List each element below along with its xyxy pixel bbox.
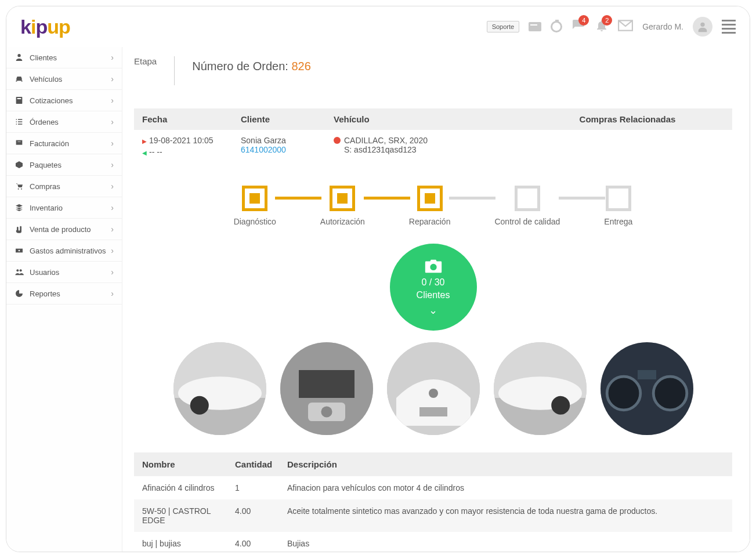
svg-point-1 bbox=[17, 54, 20, 57]
client-name: Sonia Garza bbox=[241, 136, 334, 145]
thumbnail-1[interactable] bbox=[173, 342, 266, 435]
col-compras: Compras Relacionadas bbox=[531, 114, 724, 124]
sidebar-item-venta[interactable]: Venta de producto› bbox=[6, 219, 122, 240]
thumbnail-3[interactable] bbox=[387, 342, 480, 435]
avatar[interactable] bbox=[693, 17, 712, 37]
svg-point-0 bbox=[700, 23, 704, 27]
col-vehiculo: Vehículo bbox=[334, 114, 531, 124]
sidebar-item-compras[interactable]: Compras› bbox=[6, 176, 122, 197]
sidebar-item-ordenes[interactable]: Órdenes› bbox=[6, 111, 122, 133]
svg-point-28 bbox=[653, 376, 687, 410]
cliente-cell: Sonia Garza 6141002000 bbox=[241, 136, 334, 154]
list-icon bbox=[15, 117, 24, 126]
cell-descripcion: Afinacion para vehículos con motor 4 de … bbox=[287, 483, 724, 492]
items-table-header: Nombre Cantidad Descripción bbox=[134, 452, 732, 476]
divider bbox=[174, 56, 175, 85]
chevron-right-icon: › bbox=[111, 224, 114, 234]
top-actions: Soporte 4 2 Gerardo M. bbox=[487, 17, 736, 37]
envelope-icon[interactable] bbox=[618, 20, 633, 34]
username-label: Gerardo M. bbox=[642, 22, 683, 31]
photo-label: Clientes bbox=[417, 290, 450, 300]
chevron-right-icon: › bbox=[111, 289, 114, 298]
step-reparacion[interactable]: Reparación bbox=[409, 186, 451, 226]
vehicle-line1: CADILLAC, SRX, 2020 bbox=[344, 136, 428, 145]
menu-icon[interactable] bbox=[722, 20, 736, 34]
sidebar-item-paquetes[interactable]: Paquetes› bbox=[6, 154, 122, 176]
card-icon[interactable] bbox=[529, 22, 541, 31]
hand-icon bbox=[15, 224, 24, 234]
bell-badge: 2 bbox=[602, 15, 612, 26]
piechart-icon bbox=[15, 289, 24, 298]
cell-cantidad: 4.00 bbox=[235, 506, 287, 525]
col-cliente: Cliente bbox=[241, 114, 334, 124]
body: Clientes› Vehículos› Cotizaciones› Órden… bbox=[6, 47, 750, 552]
user-icon bbox=[15, 53, 24, 62]
sidebar-item-clientes[interactable]: Clientes› bbox=[6, 47, 122, 68]
chevron-right-icon: › bbox=[111, 182, 114, 191]
sidebar-label: Usuarios bbox=[30, 268, 59, 277]
svg-rect-2 bbox=[16, 97, 23, 104]
step-control[interactable]: Control de calidad bbox=[494, 186, 560, 226]
logo: kipup bbox=[20, 16, 70, 38]
sidebar: Clientes› Vehículos› Cotizaciones› Órden… bbox=[6, 47, 122, 552]
step-label: Diagnóstico bbox=[234, 217, 276, 226]
thumbnail-4[interactable] bbox=[494, 342, 587, 435]
camera-icon bbox=[424, 258, 443, 275]
col-fecha: Fecha bbox=[142, 114, 241, 124]
step-label: Entrega bbox=[604, 217, 632, 226]
sidebar-label: Reportes bbox=[30, 289, 60, 298]
thumbnail-2[interactable] bbox=[280, 342, 373, 435]
arrow-out-icon: ◀ bbox=[142, 150, 147, 156]
svg-rect-4 bbox=[16, 140, 23, 145]
sidebar-label: Vehículos bbox=[30, 75, 62, 84]
invoice-icon bbox=[15, 139, 24, 148]
table-row: buj | bujias 4.00 Bujias bbox=[134, 532, 732, 552]
step-diagnostico[interactable]: Diagnóstico bbox=[234, 186, 276, 226]
step-connector bbox=[449, 197, 495, 200]
svg-point-25 bbox=[551, 396, 570, 415]
sidebar-item-vehiculos[interactable]: Vehículos› bbox=[6, 68, 122, 90]
svg-rect-3 bbox=[17, 98, 21, 99]
sidebar-item-reportes[interactable]: Reportes› bbox=[6, 283, 122, 305]
cell-nombre: 5W-50 | CASTROL EDGE bbox=[142, 506, 235, 525]
chevron-right-icon: › bbox=[111, 246, 114, 255]
topbar: kipup Soporte 4 2 Gerardo M. bbox=[6, 6, 750, 47]
sidebar-item-gastos[interactable]: Gastos administrativos› bbox=[6, 240, 122, 262]
step-label: Control de calidad bbox=[494, 217, 560, 226]
workflow-steps: Diagnóstico Autorización Reparación Cont… bbox=[134, 186, 732, 226]
sidebar-label: Clientes bbox=[30, 53, 57, 62]
comments-notification[interactable]: 4 bbox=[571, 19, 585, 35]
svg-point-6 bbox=[21, 189, 22, 190]
th-descripcion: Descripción bbox=[287, 459, 724, 469]
stopwatch-icon[interactable] bbox=[551, 21, 562, 32]
client-phone-link[interactable]: 6141002000 bbox=[241, 145, 286, 154]
order-number: Número de Orden: 826 bbox=[192, 60, 311, 73]
sidebar-label: Venta de producto bbox=[30, 225, 91, 234]
step-label: Autorización bbox=[320, 217, 365, 226]
sidebar-item-cotizaciones[interactable]: Cotizaciones› bbox=[6, 90, 122, 111]
date-in: 19-08-2021 10:05 bbox=[149, 136, 214, 145]
svg-rect-16 bbox=[299, 370, 355, 398]
order-number-value: 826 bbox=[291, 60, 310, 73]
photo-count: 0 / 30 bbox=[421, 277, 444, 288]
step-autorizacion[interactable]: Autorización bbox=[320, 186, 365, 226]
cell-descripcion: Aceite totalmente sintetico mas avanzado… bbox=[287, 506, 724, 525]
sidebar-label: Gastos administrativos bbox=[30, 247, 106, 255]
cell-nombre: buj | bujias bbox=[142, 539, 235, 548]
bell-notification[interactable]: 2 bbox=[595, 19, 609, 35]
sidebar-item-facturacion[interactable]: Facturación› bbox=[6, 133, 122, 154]
sidebar-item-inventario[interactable]: Inventario› bbox=[6, 197, 122, 219]
svg-point-9 bbox=[16, 269, 19, 271]
layers-icon bbox=[15, 203, 24, 212]
info-body: ▶19-08-2021 10:05 ◀-- -- Sonia Garza 614… bbox=[134, 130, 732, 174]
cell-cantidad: 1 bbox=[235, 483, 287, 492]
step-label: Reparación bbox=[409, 217, 451, 226]
chevron-right-icon: › bbox=[111, 139, 114, 148]
fecha-cell: ▶19-08-2021 10:05 ◀-- -- bbox=[142, 136, 241, 157]
step-entrega[interactable]: Entrega bbox=[604, 186, 632, 226]
svg-point-5 bbox=[18, 189, 19, 190]
sidebar-item-usuarios[interactable]: Usuarios› bbox=[6, 262, 122, 283]
thumbnail-5[interactable] bbox=[601, 342, 693, 435]
photo-upload-circle[interactable]: 0 / 30 Clientes ⌄ bbox=[390, 244, 477, 331]
support-button[interactable]: Soporte bbox=[487, 21, 520, 32]
